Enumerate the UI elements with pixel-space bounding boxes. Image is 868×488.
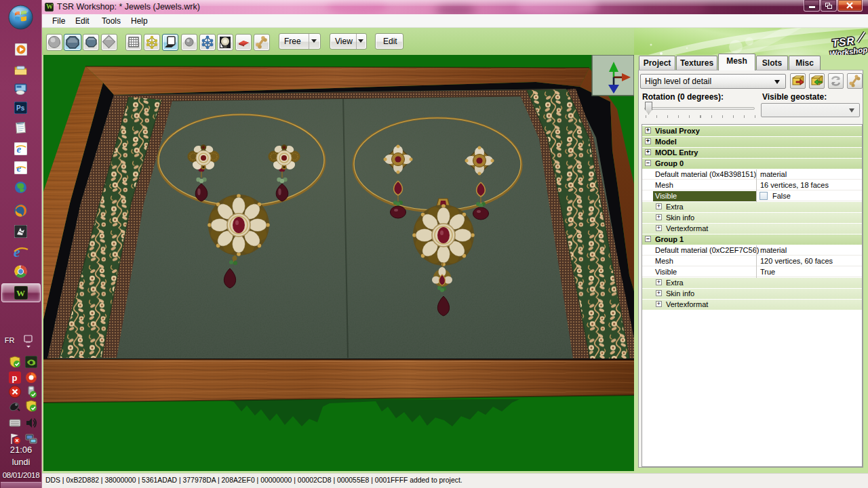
- svg-text:Ps: Ps: [16, 104, 25, 112]
- svg-text:p: p: [12, 373, 18, 383]
- svg-text:W: W: [16, 288, 25, 298]
- svg-text:!: !: [34, 360, 35, 366]
